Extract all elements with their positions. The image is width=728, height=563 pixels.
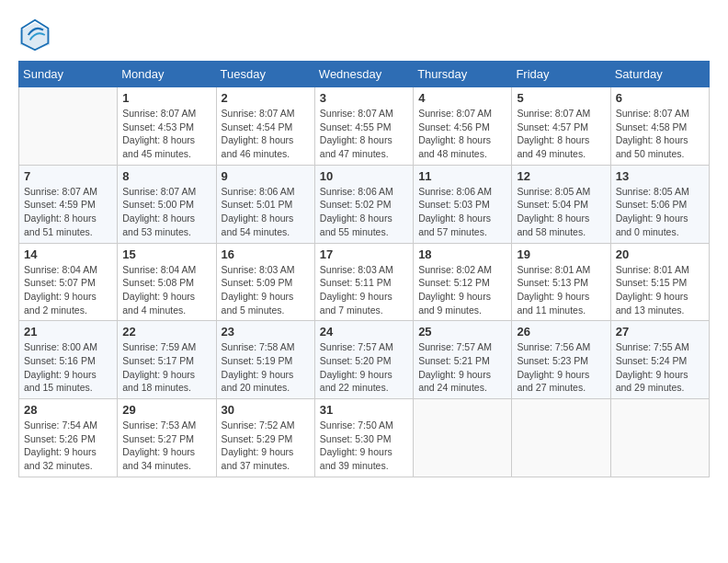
calendar-cell: 24Sunrise: 7:57 AMSunset: 5:20 PMDayligh… <box>314 321 413 399</box>
day-info: Sunrise: 7:55 AMSunset: 5:24 PMDaylight:… <box>616 340 704 395</box>
day-number: 27 <box>616 325 704 339</box>
col-header-saturday: Saturday <box>610 62 709 87</box>
calendar-cell: 27Sunrise: 7:55 AMSunset: 5:24 PMDayligh… <box>610 321 709 399</box>
day-number: 5 <box>517 91 605 105</box>
col-header-monday: Monday <box>118 62 216 87</box>
calendar-week-row: 28Sunrise: 7:54 AMSunset: 5:26 PMDayligh… <box>19 399 710 477</box>
day-number: 12 <box>517 169 605 183</box>
calendar-cell <box>610 399 709 477</box>
calendar-cell: 1Sunrise: 8:07 AMSunset: 4:53 PMDaylight… <box>118 87 216 166</box>
calendar-cell: 2Sunrise: 8:07 AMSunset: 4:54 PMDaylight… <box>216 87 314 166</box>
day-number: 26 <box>517 325 605 339</box>
col-header-wednesday: Wednesday <box>314 62 413 87</box>
day-info: Sunrise: 8:07 AMSunset: 4:58 PMDaylight:… <box>616 107 704 161</box>
day-info: Sunrise: 8:07 AMSunset: 4:54 PMDaylight:… <box>222 107 310 161</box>
col-header-friday: Friday <box>512 62 610 87</box>
day-number: 3 <box>320 91 408 105</box>
logo-icon <box>18 18 51 52</box>
day-info: Sunrise: 8:07 AMSunset: 4:57 PMDaylight:… <box>517 107 605 161</box>
day-number: 23 <box>222 325 310 339</box>
calendar-cell: 12Sunrise: 8:05 AMSunset: 5:04 PMDayligh… <box>512 165 610 243</box>
day-number: 11 <box>418 169 506 183</box>
calendar-cell <box>414 399 512 477</box>
day-number: 14 <box>24 247 112 261</box>
calendar-cell: 28Sunrise: 7:54 AMSunset: 5:26 PMDayligh… <box>19 399 118 477</box>
calendar-cell: 10Sunrise: 8:06 AMSunset: 5:02 PMDayligh… <box>314 165 413 243</box>
day-number: 18 <box>418 247 506 261</box>
day-info: Sunrise: 8:05 AMSunset: 5:06 PMDaylight:… <box>616 185 704 239</box>
day-info: Sunrise: 8:03 AMSunset: 5:09 PMDaylight:… <box>222 263 310 317</box>
day-number: 4 <box>418 91 506 105</box>
col-header-thursday: Thursday <box>414 62 512 87</box>
day-number: 25 <box>418 325 506 339</box>
day-info: Sunrise: 8:07 AMSunset: 4:55 PMDaylight:… <box>320 107 408 161</box>
day-info: Sunrise: 8:03 AMSunset: 5:11 PMDaylight:… <box>320 263 408 317</box>
day-info: Sunrise: 8:01 AMSunset: 5:15 PMDaylight:… <box>616 263 704 317</box>
day-info: Sunrise: 7:58 AMSunset: 5:19 PMDaylight:… <box>222 340 310 395</box>
calendar-cell: 21Sunrise: 8:00 AMSunset: 5:16 PMDayligh… <box>19 321 118 399</box>
day-info: Sunrise: 8:01 AMSunset: 5:13 PMDaylight:… <box>517 263 605 317</box>
calendar-cell <box>19 87 118 166</box>
day-number: 8 <box>122 169 210 183</box>
calendar-cell: 18Sunrise: 8:02 AMSunset: 5:12 PMDayligh… <box>414 243 512 321</box>
calendar-cell: 19Sunrise: 8:01 AMSunset: 5:13 PMDayligh… <box>512 243 610 321</box>
day-number: 21 <box>24 325 112 339</box>
day-number: 30 <box>222 403 310 417</box>
day-info: Sunrise: 8:07 AMSunset: 4:59 PMDaylight:… <box>24 185 112 239</box>
day-info: Sunrise: 8:04 AMSunset: 5:07 PMDaylight:… <box>24 263 112 317</box>
calendar-cell: 30Sunrise: 7:52 AMSunset: 5:29 PMDayligh… <box>216 399 314 477</box>
day-info: Sunrise: 8:02 AMSunset: 5:12 PMDaylight:… <box>418 263 506 317</box>
day-info: Sunrise: 7:56 AMSunset: 5:23 PMDaylight:… <box>517 340 605 395</box>
day-number: 10 <box>320 169 408 183</box>
page-header <box>18 18 710 52</box>
day-number: 7 <box>24 169 112 183</box>
calendar-cell: 20Sunrise: 8:01 AMSunset: 5:15 PMDayligh… <box>610 243 709 321</box>
day-info: Sunrise: 8:07 AMSunset: 5:00 PMDaylight:… <box>122 185 210 239</box>
day-number: 9 <box>222 169 310 183</box>
day-number: 13 <box>616 169 704 183</box>
calendar-week-row: 1Sunrise: 8:07 AMSunset: 4:53 PMDaylight… <box>19 87 710 166</box>
day-info: Sunrise: 8:00 AMSunset: 5:16 PMDaylight:… <box>24 340 112 395</box>
day-info: Sunrise: 7:57 AMSunset: 5:20 PMDaylight:… <box>320 340 408 395</box>
day-info: Sunrise: 8:05 AMSunset: 5:04 PMDaylight:… <box>517 185 605 239</box>
calendar-cell: 5Sunrise: 8:07 AMSunset: 4:57 PMDaylight… <box>512 87 610 166</box>
calendar-cell: 11Sunrise: 8:06 AMSunset: 5:03 PMDayligh… <box>414 165 512 243</box>
logo <box>18 18 55 52</box>
day-number: 20 <box>616 247 704 261</box>
day-info: Sunrise: 8:04 AMSunset: 5:08 PMDaylight:… <box>122 263 210 317</box>
calendar-cell: 29Sunrise: 7:53 AMSunset: 5:27 PMDayligh… <box>118 399 216 477</box>
calendar-cell: 23Sunrise: 7:58 AMSunset: 5:19 PMDayligh… <box>216 321 314 399</box>
day-number: 15 <box>122 247 210 261</box>
col-header-tuesday: Tuesday <box>216 62 314 87</box>
day-info: Sunrise: 8:06 AMSunset: 5:02 PMDaylight:… <box>320 185 408 239</box>
calendar-week-row: 21Sunrise: 8:00 AMSunset: 5:16 PMDayligh… <box>19 321 710 399</box>
day-info: Sunrise: 7:53 AMSunset: 5:27 PMDaylight:… <box>122 419 210 473</box>
day-info: Sunrise: 7:54 AMSunset: 5:26 PMDaylight:… <box>24 419 112 473</box>
calendar-cell: 16Sunrise: 8:03 AMSunset: 5:09 PMDayligh… <box>216 243 314 321</box>
day-info: Sunrise: 7:57 AMSunset: 5:21 PMDaylight:… <box>418 340 506 395</box>
day-info: Sunrise: 8:06 AMSunset: 5:03 PMDaylight:… <box>418 185 506 239</box>
col-header-sunday: Sunday <box>19 62 118 87</box>
calendar-cell: 25Sunrise: 7:57 AMSunset: 5:21 PMDayligh… <box>414 321 512 399</box>
calendar-cell: 14Sunrise: 8:04 AMSunset: 5:07 PMDayligh… <box>19 243 118 321</box>
calendar-cell: 22Sunrise: 7:59 AMSunset: 5:17 PMDayligh… <box>118 321 216 399</box>
day-number: 29 <box>122 403 210 417</box>
calendar-cell: 8Sunrise: 8:07 AMSunset: 5:00 PMDaylight… <box>118 165 216 243</box>
day-number: 16 <box>222 247 310 261</box>
calendar-cell: 4Sunrise: 8:07 AMSunset: 4:56 PMDaylight… <box>414 87 512 166</box>
calendar-cell: 15Sunrise: 8:04 AMSunset: 5:08 PMDayligh… <box>118 243 216 321</box>
calendar-cell: 9Sunrise: 8:06 AMSunset: 5:01 PMDaylight… <box>216 165 314 243</box>
day-info: Sunrise: 7:59 AMSunset: 5:17 PMDaylight:… <box>122 340 210 395</box>
calendar-week-row: 14Sunrise: 8:04 AMSunset: 5:07 PMDayligh… <box>19 243 710 321</box>
calendar-table: SundayMondayTuesdayWednesdayThursdayFrid… <box>18 61 710 477</box>
calendar-cell: 7Sunrise: 8:07 AMSunset: 4:59 PMDaylight… <box>19 165 118 243</box>
calendar-week-row: 7Sunrise: 8:07 AMSunset: 4:59 PMDaylight… <box>19 165 710 243</box>
day-info: Sunrise: 8:07 AMSunset: 4:53 PMDaylight:… <box>122 107 210 161</box>
day-number: 2 <box>222 91 310 105</box>
day-number: 24 <box>320 325 408 339</box>
day-info: Sunrise: 8:06 AMSunset: 5:01 PMDaylight:… <box>222 185 310 239</box>
day-number: 1 <box>122 91 210 105</box>
day-number: 17 <box>320 247 408 261</box>
day-number: 19 <box>517 247 605 261</box>
calendar-cell: 31Sunrise: 7:50 AMSunset: 5:30 PMDayligh… <box>314 399 413 477</box>
